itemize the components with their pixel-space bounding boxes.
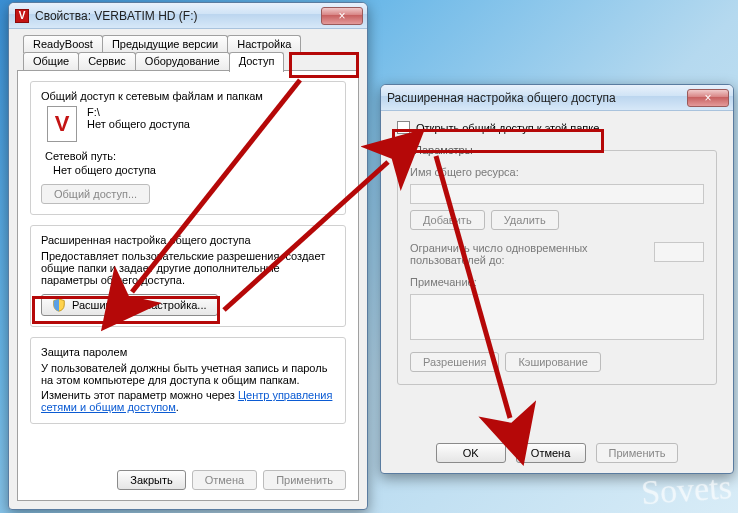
note-label: Примечание: xyxy=(410,276,704,288)
advanced-sharing-group: Расширенная настройка общего доступа Пре… xyxy=(30,225,346,327)
tab-sharing-page: Общий доступ к сетевым файлам и папкам V… xyxy=(17,70,359,501)
advanced-sharing-window: Расширенная настройка общего доступа × О… xyxy=(380,84,734,474)
delete-button[interactable]: Удалить xyxy=(491,210,559,230)
window-title: Свойства: VERBATIM HD (F:) xyxy=(35,9,321,23)
share-button[interactable]: Общий доступ... xyxy=(41,184,150,204)
apply-button[interactable]: Применить xyxy=(263,470,346,490)
close-button[interactable]: Закрыть xyxy=(117,470,185,490)
network-path-label: Сетевой путь: xyxy=(45,150,335,162)
note-input[interactable] xyxy=(410,294,704,340)
permissions-button[interactable]: Разрешения xyxy=(410,352,499,372)
tab-customize[interactable]: Настройка xyxy=(227,35,301,53)
caching-button[interactable]: Кэширование xyxy=(505,352,600,372)
dialog-footer: OK Отмена Применить xyxy=(397,429,717,463)
window-title: Расширенная настройка общего доступа xyxy=(387,91,687,105)
network-path-value: Нет общего доступа xyxy=(53,164,335,176)
parameters-legend: Параметры xyxy=(410,144,477,156)
advanced-sharing-button-label: Расширенная настройка... xyxy=(72,299,207,311)
parameters-group: Параметры Имя общего ресурса: Добавить У… xyxy=(397,144,717,385)
titlebar[interactable]: Расширенная настройка общего доступа × xyxy=(381,85,733,111)
network-sharing-title: Общий доступ к сетевым файлам и папкам xyxy=(41,90,335,102)
dialog-footer: Закрыть Отмена Применить xyxy=(30,460,346,490)
ok-button[interactable]: OK xyxy=(436,443,506,463)
tab-tools[interactable]: Сервис xyxy=(78,52,136,70)
watermark: Sovets xyxy=(640,468,733,512)
shield-icon xyxy=(52,298,66,312)
password-protection-title: Защита паролем xyxy=(41,346,335,358)
drive-icon: V xyxy=(47,106,77,142)
tab-sharing[interactable]: Доступ xyxy=(229,52,285,72)
tab-readyboost[interactable]: ReadyBoost xyxy=(23,35,103,53)
limit-input[interactable] xyxy=(654,242,704,262)
tab-hardware[interactable]: Оборудование xyxy=(135,52,230,70)
advanced-sharing-title: Расширенная настройка общего доступа xyxy=(41,234,335,246)
properties-window: V Свойства: VERBATIM HD (F:) × ReadyBoos… xyxy=(8,2,368,510)
close-icon[interactable]: × xyxy=(321,7,363,25)
share-name-input[interactable] xyxy=(410,184,704,204)
limit-label-line2: пользователей до: xyxy=(410,254,646,266)
open-share-label: Открыть общий доступ к этой папке xyxy=(416,122,599,134)
titlebar[interactable]: V Свойства: VERBATIM HD (F:) × xyxy=(9,3,367,29)
app-icon: V xyxy=(15,9,29,23)
password-protection-hint: Изменить этот параметр можно через Центр… xyxy=(41,389,335,413)
network-sharing-group: Общий доступ к сетевым файлам и папкам V… xyxy=(30,81,346,215)
tab-general[interactable]: Общие xyxy=(23,52,79,70)
close-icon[interactable]: × xyxy=(687,89,729,107)
password-protection-desc: У пользователей должны быть учетная запи… xyxy=(41,362,335,386)
drive-path: F:\ xyxy=(87,106,190,118)
apply-button[interactable]: Применить xyxy=(596,443,679,463)
password-protection-group: Защита паролем У пользователей должны бы… xyxy=(30,337,346,424)
cancel-button[interactable]: Отмена xyxy=(192,470,257,490)
advanced-sharing-button[interactable]: Расширенная настройка... xyxy=(41,294,218,316)
cancel-button[interactable]: Отмена xyxy=(516,443,586,463)
open-share-checkbox[interactable]: Открыть общий доступ к этой папке xyxy=(397,121,717,134)
tabstrip: ReadyBoost Предыдущие версии Настройка О… xyxy=(23,35,359,70)
share-name-label: Имя общего ресурса: xyxy=(410,166,704,178)
tab-previous-versions[interactable]: Предыдущие версии xyxy=(102,35,228,53)
add-button[interactable]: Добавить xyxy=(410,210,485,230)
drive-share-status: Нет общего доступа xyxy=(87,118,190,130)
advanced-sharing-desc: Предоставляет пользовательские разрешени… xyxy=(41,250,335,286)
limit-label-line1: Ограничить число одновременных xyxy=(410,242,646,254)
checkbox-icon xyxy=(397,121,410,134)
